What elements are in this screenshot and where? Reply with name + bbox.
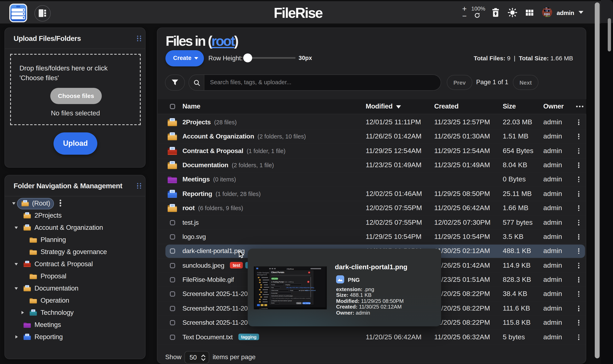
svg-text:Cancel: Cancel: [297, 302, 301, 304]
svg-text:This is will instructions can: This is will instructions can go or any …: [272, 298, 311, 299]
svg-text:portal-cd85cg: portal-cd85cg: [282, 281, 293, 283]
svg-text:FileRise: FileRise: [287, 268, 294, 270]
svg-text:▢ Dockerfile: ▢ Dockerfile: [260, 308, 268, 309]
svg-text:● Require info form before upl: ● Require info form before upload: [271, 300, 292, 302]
svg-text:Client Portals: Client Portals: [271, 271, 284, 273]
svg-text:URL http://192.168.1.154/porta: URL http://192.168.1.154/portal/portal-c…: [286, 287, 314, 288]
svg-text:Instructions (shown on portal: Instructions (shown on portal page): [271, 295, 293, 297]
svg-text:Save Settings: Save Settings: [302, 302, 311, 304]
svg-text:▸ Testing Portal: ▸ Testing Portal: [271, 281, 284, 283]
svg-text:Management: Management: [257, 274, 267, 276]
svg-text:Add portal: Add portal: [272, 278, 278, 280]
